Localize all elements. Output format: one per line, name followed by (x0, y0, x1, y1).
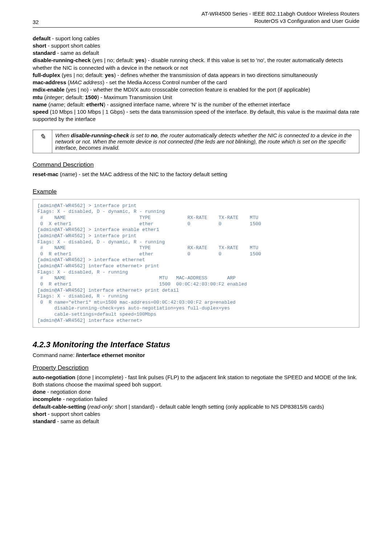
property-list-1: default - suport long cables short - sup… (33, 35, 359, 123)
prop-short2-text: - support short cables (46, 411, 100, 417)
prop-mac-type: MAC address (70, 79, 103, 85)
prop-name-text: ) - assigned interface name, whrere 'N' … (103, 101, 290, 108)
prop-dcs-pre: ( (86, 404, 89, 410)
prop-mtu-default: 1500 (85, 94, 97, 100)
prop-short-text: - support short cables (46, 42, 100, 49)
prop-drc-default: yes (135, 57, 144, 63)
prop-drc-pre: (yes | no; default: (91, 57, 135, 63)
prop-dcs-label: default-cable-setting (33, 404, 86, 410)
property-list-2: auto-negotiation (done | incomplete) - f… (33, 374, 359, 425)
prop-mtu-mid: ; default: (63, 94, 85, 100)
section-4-2-3-title: 4.2.3 Monitoring the Interface Status (33, 340, 359, 349)
note-box: ✎ When disable-running-check is set to n… (33, 130, 359, 153)
doc-title-line1: AT-WR4500 Series - IEEE 802.11abgh Outdo… (201, 11, 359, 17)
note-text: When disable-running-check is set to no,… (52, 130, 359, 153)
prop-standard-text: - same as default (56, 50, 99, 56)
resetmac-text: ) - set the MAC address of the NIC to th… (75, 171, 228, 177)
prop-std2-label: standard (33, 418, 56, 424)
page-number: 32 (33, 19, 39, 25)
resetmac-pre: ( (58, 171, 62, 177)
prop-an-label: auto-negotiation (33, 374, 75, 380)
prop-default-text: - suport long cables (50, 35, 99, 41)
prop-speed-label: speed (33, 109, 48, 115)
note-b1: disable-running-check (71, 132, 129, 138)
prop-short-label: short (33, 42, 46, 49)
note-icon: ✎ (33, 130, 52, 153)
prop-speed-text: (10 Mbps | 100 Mbps | 1 Gbps) - sets the… (33, 109, 359, 122)
doc-title-line2: RouterOS v3 Configuration and User Guide (254, 18, 359, 24)
page-header: 32 AT-WR4500 Series - IEEE 802.11abgh Ou… (33, 10, 359, 25)
note-mid1: is set to (129, 132, 151, 138)
prop-dcs-text: short | standard) - default cable length… (114, 404, 324, 410)
prop-mac-label: mac-address (33, 79, 66, 85)
example-heading: Example (33, 188, 359, 195)
prop-mdix-text: (yes | no) - whether the MDI/X auto cros… (65, 86, 310, 93)
prop-mtu-label: mtu (33, 94, 43, 100)
prop-fd-label: full-duplex (33, 72, 60, 78)
note-b2: no (151, 132, 157, 138)
prop-dcs-type: read-only: (89, 404, 114, 410)
prop-name-pre: ( (47, 101, 50, 108)
resetmac-label: reset-mac (33, 171, 58, 177)
prop-inc-text: - negotiation failed (61, 396, 107, 402)
doc-title: AT-WR4500 Series - IEEE 802.11abgh Outdo… (201, 10, 359, 25)
prop-inc-label: incomplete (33, 396, 61, 402)
page-container: 32 AT-WR4500 Series - IEEE 802.11abgh Ou… (0, 0, 392, 439)
prop-fd-text: ) - defines whether the transmission of … (114, 72, 318, 78)
property-description-heading: Property Description (33, 364, 359, 372)
prop-mac-text: ) - set the Media Access Control number … (103, 79, 227, 85)
prop-done-label: done (33, 389, 46, 395)
prop-done-text: - negotiation done (46, 389, 91, 395)
prop-short2-label: short (33, 411, 46, 417)
cmd-name: /interface ethernet monitor (76, 352, 145, 358)
prop-name-default: etherN (86, 101, 104, 108)
prop-name-mid: ; default: (64, 101, 86, 108)
prop-mdix-label: mdix-enable (33, 86, 65, 93)
command-description-heading: Command Description (33, 161, 359, 169)
prop-default-label: default (33, 35, 50, 41)
prop-standard-label: standard (33, 50, 56, 56)
prop-name-type: name (50, 101, 64, 108)
prop-mtu-pre: ( (43, 94, 46, 100)
section-4-2-3-cmd: Command name: /interface ethernet monito… (33, 352, 359, 359)
prop-an-text: (done | incomplete) - fast link pulses (… (33, 374, 357, 388)
prop-mtu-type: integer (46, 94, 63, 100)
prop-name-label: name (33, 101, 47, 108)
prop-drc-label: disable-running-check (33, 57, 91, 63)
prop-mtu-text: ) - Maximum Transmission Unit (97, 94, 172, 100)
note-pre: When (55, 132, 71, 138)
prop-std2-text: - same as default (56, 418, 99, 424)
cmd-name-pre: Command name: (33, 352, 76, 358)
command-description-body: reset-mac (name) - set the MAC address o… (33, 171, 359, 178)
prop-fd-default: yes (105, 72, 114, 78)
header-divider (33, 27, 359, 28)
resetmac-type: name (62, 171, 75, 177)
prop-fd-pre: (yes | no; default: (60, 72, 105, 78)
example-code: [admin@AT-WR4562] > interface print Flag… (33, 199, 359, 328)
prop-mac-pre: ( (66, 79, 70, 85)
